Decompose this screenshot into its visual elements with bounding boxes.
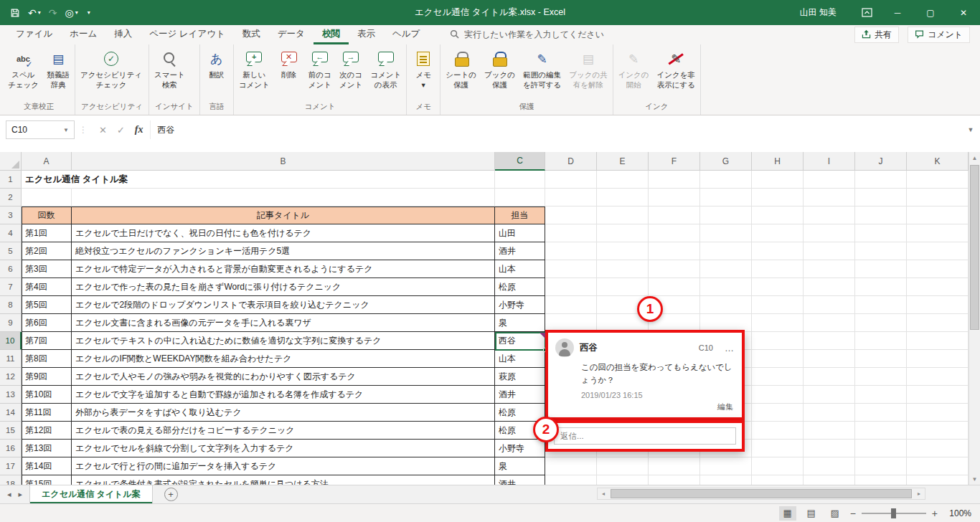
- cell-C3[interactable]: 担当: [495, 207, 545, 224]
- cell-I15[interactable]: [804, 422, 855, 440]
- row-header-7[interactable]: 7: [0, 278, 22, 296]
- cell-G5[interactable]: [700, 242, 752, 260]
- show-comments-button[interactable]: コメント の表示: [367, 47, 405, 91]
- cell-A14[interactable]: 第11回: [22, 404, 72, 422]
- cell-J12[interactable]: [855, 368, 907, 386]
- row-header-1[interactable]: 1: [0, 171, 22, 189]
- row-header-14[interactable]: 14: [0, 404, 22, 422]
- cell-E6[interactable]: [597, 260, 649, 278]
- scroll-left-icon[interactable]: ◂: [598, 488, 609, 499]
- cell-F17[interactable]: [649, 457, 700, 475]
- cell-D2[interactable]: [545, 189, 597, 207]
- tab-ファイル[interactable]: ファイル: [7, 25, 61, 44]
- previous-comment-button[interactable]: ←前のコ メント: [305, 47, 335, 91]
- horizontal-scrollbar[interactable]: ◂ ▸: [597, 488, 925, 500]
- cell-F7[interactable]: [649, 278, 700, 296]
- cell-J4[interactable]: [855, 224, 907, 242]
- formula-bar-expand-icon[interactable]: ▼: [961, 126, 980, 133]
- cell-D7[interactable]: [545, 278, 597, 296]
- user-name[interactable]: 山田 知美: [800, 6, 837, 19]
- cell-G7[interactable]: [700, 278, 752, 296]
- cell-I4[interactable]: [804, 224, 855, 242]
- maximize-button[interactable]: ▢: [914, 0, 947, 25]
- cell-H2[interactable]: [752, 189, 804, 207]
- cell-K6[interactable]: [907, 260, 969, 278]
- insert-function-icon[interactable]: fx: [135, 124, 143, 136]
- page-layout-view-icon[interactable]: ▤: [803, 506, 820, 521]
- cell-J7[interactable]: [855, 278, 907, 296]
- column-header-G[interactable]: G: [700, 152, 752, 171]
- cell-K13[interactable]: [907, 386, 969, 404]
- cell-I10[interactable]: [804, 332, 855, 350]
- confirm-entry-icon[interactable]: ✓: [117, 125, 125, 136]
- delete-comment-button[interactable]: ✕削除: [274, 47, 304, 82]
- cell-H12[interactable]: [752, 368, 804, 386]
- cell-K18[interactable]: [907, 475, 969, 485]
- horizontal-scrollbar-thumb[interactable]: [611, 489, 912, 498]
- cell-G3[interactable]: [700, 207, 752, 224]
- row-header-18[interactable]: 18: [0, 475, 22, 485]
- cell-J2[interactable]: [855, 189, 907, 207]
- zoom-slider[interactable]: [862, 513, 926, 514]
- tab-校閲[interactable]: 校閲: [314, 25, 349, 44]
- cell-B16[interactable]: エクセルでセルを斜線で分割して文字列を入力するテク: [72, 440, 495, 457]
- cell-J18[interactable]: [855, 475, 907, 485]
- cell-I14[interactable]: [804, 404, 855, 422]
- cell-C5[interactable]: 酒井: [495, 242, 545, 260]
- cell-C17[interactable]: 泉: [495, 457, 545, 475]
- cell-B11[interactable]: エクセルのIF関数とWEEKDAY関数を組み合わせたテク: [72, 350, 495, 368]
- cell-F4[interactable]: [649, 224, 700, 242]
- cell-A3[interactable]: 回数: [22, 207, 72, 224]
- cell-F6[interactable]: [649, 260, 700, 278]
- cell-I5[interactable]: [804, 242, 855, 260]
- cell-J15[interactable]: [855, 422, 907, 440]
- cell-A7[interactable]: 第4回: [22, 278, 72, 296]
- cell-B14[interactable]: 外部から表データをすばやく取り込むテク: [72, 404, 495, 422]
- row-header-16[interactable]: 16: [0, 440, 22, 457]
- cell-F3[interactable]: [649, 207, 700, 224]
- column-header-A[interactable]: A: [22, 152, 72, 171]
- scroll-up-icon[interactable]: ▲: [969, 152, 980, 163]
- column-header-H[interactable]: H: [752, 152, 804, 171]
- tab-数式[interactable]: 数式: [234, 25, 269, 44]
- cell-I13[interactable]: [804, 386, 855, 404]
- column-header-F[interactable]: F: [649, 152, 700, 171]
- cell-D6[interactable]: [545, 260, 597, 278]
- close-button[interactable]: ✕: [947, 0, 980, 25]
- tab-データ[interactable]: データ: [269, 25, 314, 44]
- cell-G4[interactable]: [700, 224, 752, 242]
- cell-K2[interactable]: [907, 189, 969, 207]
- cell-E5[interactable]: [597, 242, 649, 260]
- cell-B5[interactable]: 絶対役立つエクセルのファンクションキー活用テク5選: [72, 242, 495, 260]
- cell-H4[interactable]: [752, 224, 804, 242]
- tab-ページ レイアウト[interactable]: ページ レイアウト: [141, 25, 234, 44]
- scroll-down-icon[interactable]: ▼: [969, 473, 980, 485]
- tab-ヘルプ[interactable]: ヘルプ: [384, 25, 428, 44]
- cell-F1[interactable]: [649, 171, 700, 189]
- thesaurus-button[interactable]: ▤類義語 辞典: [43, 47, 73, 91]
- row-header-13[interactable]: 13: [0, 386, 22, 404]
- row-header-8[interactable]: 8: [0, 296, 22, 314]
- comment-edit-link[interactable]: 編集: [555, 402, 735, 412]
- cell-C13[interactable]: 酒井: [495, 386, 545, 404]
- cell-K12[interactable]: [907, 368, 969, 386]
- cell-J16[interactable]: [855, 440, 907, 457]
- cell-F2[interactable]: [649, 189, 700, 207]
- cell-A11[interactable]: 第8回: [22, 350, 72, 368]
- cell-D1[interactable]: [545, 171, 597, 189]
- cell-G1[interactable]: [700, 171, 752, 189]
- new-sheet-button[interactable]: +: [164, 488, 178, 501]
- cell-K16[interactable]: [907, 440, 969, 457]
- cell-A9[interactable]: 第6回: [22, 314, 72, 332]
- scroll-right-icon[interactable]: ▸: [913, 488, 925, 499]
- sheet-nav-right-icon[interactable]: ▸: [19, 490, 23, 499]
- column-header-B[interactable]: B: [72, 152, 495, 171]
- name-box-dropdown-icon[interactable]: ▼: [63, 127, 69, 133]
- spell-check-button[interactable]: abcスペル チェック: [4, 47, 42, 91]
- cell-J11[interactable]: [855, 350, 907, 368]
- row-header-4[interactable]: 4: [0, 224, 22, 242]
- cell-D5[interactable]: [545, 242, 597, 260]
- cell-A10[interactable]: 第7回: [22, 332, 72, 350]
- cell-C16[interactable]: 小野寺: [495, 440, 545, 457]
- cell-C4[interactable]: 山田: [495, 224, 545, 242]
